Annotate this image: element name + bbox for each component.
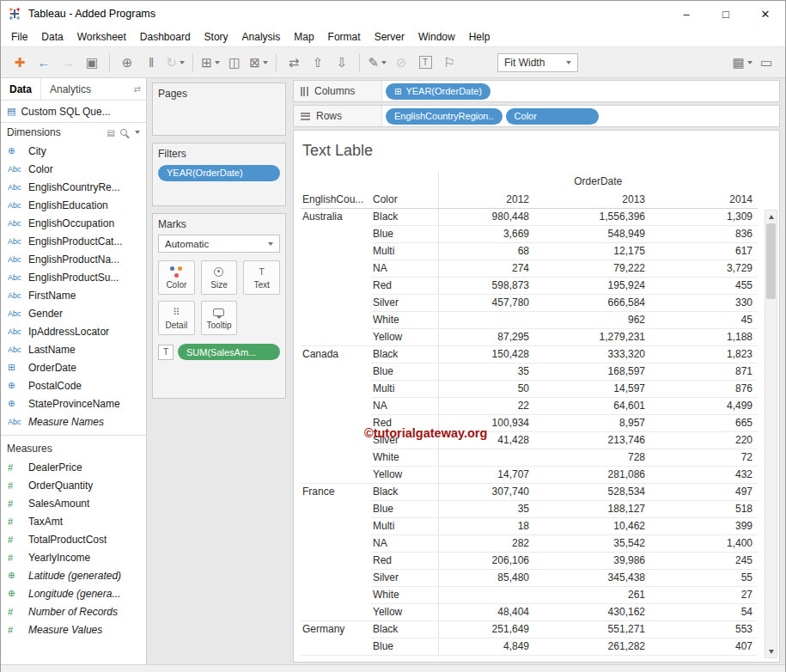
value-cell[interactable]: 54 — [650, 603, 758, 620]
value-cell[interactable]: 168,597 — [534, 363, 650, 380]
value-cell[interactable]: 518 — [650, 500, 758, 517]
chevron-down-icon[interactable] — [135, 131, 140, 134]
pages-card[interactable]: Pages — [152, 82, 286, 136]
group-members-icon[interactable]: ⊘ — [390, 52, 412, 74]
dock-pane-icon[interactable]: ⇄ — [134, 78, 146, 100]
tab-analytics[interactable]: Analytics — [40, 78, 100, 100]
pause-updates-icon[interactable]: ‖ — [140, 52, 162, 74]
color-cell[interactable]: Black — [371, 483, 438, 500]
value-cell[interactable]: 64,601 — [534, 397, 650, 414]
value-cell[interactable]: 1,556,396 — [534, 208, 650, 225]
columns-shelf[interactable]: Columns ⊞YEAR(OrderDate) — [293, 80, 780, 102]
undo-icon[interactable]: ← — [33, 52, 55, 74]
menu-item-file[interactable]: File — [4, 28, 34, 46]
value-cell[interactable]: 333,320 — [534, 345, 650, 363]
color-cell[interactable]: NA — [371, 397, 438, 414]
measure-field-salesamount[interactable]: #SalesAmount — [1, 494, 146, 512]
value-cell[interactable]: 281,086 — [534, 466, 650, 483]
dimension-field-englishproductcat[interactable]: AbcEnglishProductCat... — [1, 232, 146, 250]
value-cell[interactable]: 345,438 — [534, 569, 650, 586]
value-cell[interactable]: 836 — [650, 225, 758, 242]
dimension-field-firstname[interactable]: AbcFirstName — [1, 286, 146, 304]
color-cell[interactable]: NA — [371, 260, 438, 277]
duplicate-sheet-icon[interactable]: ◫ — [223, 52, 246, 74]
value-cell[interactable]: 206,106 — [438, 552, 534, 569]
color-cell[interactable]: Blue — [371, 363, 438, 380]
value-cell[interactable]: 399 — [650, 517, 758, 535]
value-cell[interactable]: 245 — [650, 552, 758, 569]
measure-field-longitude-genera[interactable]: ⊕Longitude (genera... — [1, 584, 146, 602]
measure-field-orderquantity[interactable]: #OrderQuantity — [1, 476, 146, 494]
color-cell[interactable]: Yellow — [371, 603, 438, 620]
minimize-button[interactable]: – — [667, 1, 706, 27]
color-cell[interactable]: Blue — [371, 638, 438, 655]
value-cell[interactable]: 195,924 — [534, 277, 650, 294]
dimension-field-gender[interactable]: AbcGender — [1, 304, 146, 322]
dimension-field-englishcountryre[interactable]: AbcEnglishCountryRe... — [1, 178, 146, 196]
value-cell[interactable]: 39,986 — [534, 552, 650, 569]
value-cell[interactable]: 8,957 — [534, 414, 650, 431]
value-cell[interactable]: 548,949 — [534, 225, 650, 242]
value-cell[interactable]: 553 — [650, 620, 758, 638]
dimension-field-lastname[interactable]: AbcLastName — [1, 340, 146, 358]
clear-sheet-icon[interactable]: ⊠ — [247, 52, 270, 74]
dimension-field-measure-names[interactable]: AbcMeasure Names — [1, 412, 146, 431]
color-cell[interactable]: Yellow — [371, 328, 438, 345]
tableau-logo-icon[interactable]: ✚ — [9, 52, 31, 74]
sort-descending-icon[interactable]: ⇩ — [331, 52, 353, 74]
filters-card[interactable]: Filters YEAR(OrderDate) — [152, 143, 286, 206]
dimension-field-englisheducation[interactable]: AbcEnglishEducation — [1, 196, 146, 214]
highlight-icon[interactable]: ✎ — [366, 52, 388, 74]
close-button[interactable]: ✕ — [746, 1, 785, 27]
value-cell[interactable]: 35 — [438, 363, 534, 380]
dimension-field-ipaddresslocator[interactable]: AbcIpAddressLocator — [1, 322, 146, 340]
presentation-mode-icon[interactable]: ▭ — [755, 52, 777, 74]
color-cell[interactable]: Blue — [371, 500, 438, 517]
color-cell[interactable]: Silver — [371, 569, 438, 586]
color-cell[interactable]: NA — [371, 535, 438, 552]
tab-data[interactable]: Data — [1, 78, 40, 100]
save-icon[interactable]: ▣ — [81, 52, 103, 74]
value-cell[interactable]: 3,729 — [650, 260, 758, 277]
redo-icon[interactable]: → — [57, 52, 79, 74]
value-cell[interactable]: 307,740 — [438, 483, 534, 500]
value-cell[interactable]: 27 — [650, 586, 758, 603]
fit-width-dropdown[interactable]: Fit Width — [497, 53, 578, 72]
value-cell[interactable]: 261,282 — [534, 638, 650, 655]
color-cell[interactable]: Black — [371, 208, 438, 225]
fix-axes-icon[interactable]: ⚐ — [438, 52, 460, 74]
view-as-icon[interactable]: ▤ — [107, 128, 115, 137]
country-cell[interactable]: Canada — [301, 345, 371, 483]
pill-year-orderdate[interactable]: ⊞YEAR(OrderDate) — [386, 83, 490, 100]
value-cell[interactable]: 150,428 — [438, 345, 534, 363]
value-cell[interactable]: 330 — [650, 294, 758, 311]
show-mark-labels-icon[interactable]: T — [414, 52, 436, 74]
new-worksheet-icon[interactable]: ⊞ — [199, 52, 222, 74]
menu-item-analysis[interactable]: Analysis — [235, 28, 288, 46]
value-cell[interactable]: 72 — [650, 449, 758, 466]
value-cell[interactable]: 528,534 — [534, 483, 650, 500]
value-cell[interactable]: 4,499 — [650, 397, 758, 414]
color-cell[interactable]: White — [371, 311, 438, 328]
value-cell[interactable]: 68 — [438, 242, 534, 260]
menu-item-server[interactable]: Server — [368, 28, 411, 46]
measure-field-measure-values[interactable]: #Measure Values — [1, 620, 146, 638]
value-cell[interactable]: 79,222 — [534, 260, 650, 277]
color-cell[interactable]: Silver — [371, 294, 438, 311]
datasource-item[interactable]: ▤ Custom SQL Que... — [1, 101, 146, 123]
country-cell[interactable]: France — [301, 483, 371, 620]
value-cell[interactable]: 3,669 — [438, 225, 534, 242]
color-cell[interactable]: Red — [371, 552, 438, 569]
marks-button-tooltip[interactable]: Tooltip — [201, 301, 238, 335]
color-cell[interactable]: Black — [371, 345, 438, 363]
value-cell[interactable]: 432 — [650, 466, 758, 483]
country-cell[interactable]: Australia — [301, 208, 371, 345]
country-cell[interactable]: Germany — [301, 620, 371, 655]
value-cell[interactable]: 457,780 — [438, 294, 534, 311]
value-cell[interactable]: 12,175 — [534, 242, 650, 260]
value-cell[interactable]: 261 — [534, 586, 650, 603]
marks-button-color[interactable]: Color — [158, 260, 195, 295]
value-cell[interactable]: 274 — [438, 260, 534, 277]
color-cell[interactable]: White — [371, 449, 438, 466]
measure-field-taxamt[interactable]: #TaxAmt — [1, 512, 146, 530]
